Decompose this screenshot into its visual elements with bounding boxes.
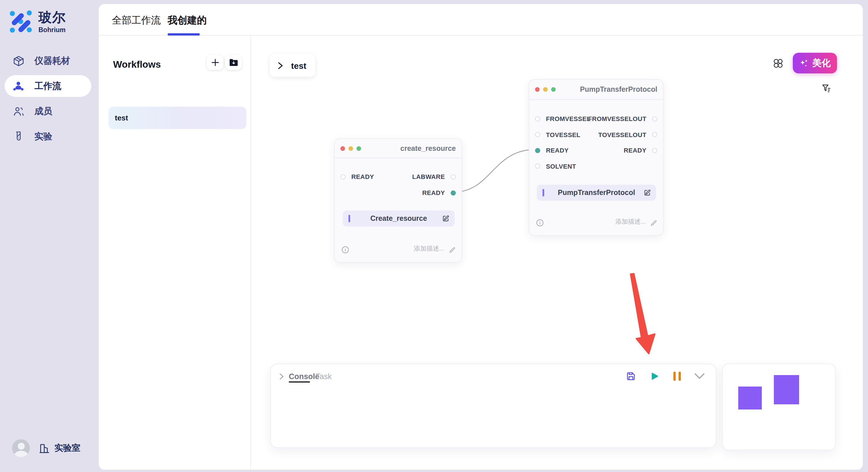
- cursor-bar: [542, 189, 544, 196]
- info-icon[interactable]: [342, 246, 349, 254]
- port-row: READY READY: [529, 142, 663, 158]
- port-row: READY LABWARE: [335, 169, 462, 185]
- node-pump-transfer-protocol[interactable]: PumpTransferProtocol FROMVESSEL FROMVESS…: [529, 79, 663, 236]
- output-port-labware[interactable]: LABWARE: [412, 169, 456, 185]
- sidebar-item-label: 工作流: [34, 80, 61, 92]
- minimap-node: [738, 386, 762, 409]
- workflow-users-icon: [12, 80, 25, 92]
- plus-icon: [211, 59, 219, 67]
- sidebar-item-label: 成员: [34, 105, 52, 117]
- lab-switcher[interactable]: 实验室: [38, 442, 81, 454]
- add-workflow-button[interactable]: [207, 55, 223, 70]
- traffic-lights-icon: [535, 87, 556, 92]
- input-port-ready[interactable]: READY: [340, 169, 374, 185]
- port-row: READY: [335, 185, 462, 201]
- layout-command-icon[interactable]: [773, 59, 783, 68]
- breadcrumb: test: [270, 54, 315, 77]
- node-title: create_resource: [400, 144, 456, 152]
- port-row: TOVESSEL TOVESSELOUT: [529, 127, 663, 142]
- sidebar-item-instruments[interactable]: 仪器耗材: [5, 50, 91, 72]
- port-row: SOLVENT: [529, 158, 663, 174]
- tab-my-created[interactable]: 我创建的: [167, 14, 207, 27]
- output-port-ready[interactable]: READY: [422, 185, 456, 201]
- bohrium-logo-icon: [9, 10, 33, 33]
- sidebar: 玻尔 Bohrium 仪器耗材: [0, 0, 95, 472]
- port-dot[interactable]: [535, 116, 540, 121]
- info-icon[interactable]: [536, 219, 544, 227]
- workflows-panel-title: Workflows: [113, 59, 161, 70]
- cursor-bar: [348, 215, 350, 222]
- sidebar-item-label: 仪器耗材: [34, 55, 70, 67]
- node-footer: 添加描述...: [529, 211, 663, 235]
- port-dot-connected[interactable]: [451, 190, 456, 195]
- console-tab-underline: [289, 381, 310, 382]
- pencil-icon[interactable]: [449, 247, 456, 254]
- chevron-right-icon[interactable]: [277, 62, 284, 69]
- brand-name-en: Bohrium: [38, 27, 66, 34]
- traffic-lights-icon: [340, 146, 361, 150]
- active-tab-underline: [167, 33, 200, 35]
- port-dot[interactable]: [340, 174, 346, 179]
- sidebar-nav: 仪器耗材 工作流: [0, 48, 95, 149]
- port-row: FROMVESSEL FROMVESSELOUT: [529, 111, 663, 127]
- test-tube-icon: [12, 130, 25, 143]
- workflow-list-item[interactable]: test: [108, 107, 246, 129]
- filter-icon[interactable]: [822, 84, 831, 94]
- workflows-panel: Workflows test: [99, 36, 251, 470]
- workflow-item-name: test: [115, 113, 128, 122]
- input-port-ready[interactable]: READY: [535, 142, 569, 158]
- folder-download-icon: [229, 59, 238, 67]
- lab-label: 实验室: [55, 443, 81, 453]
- run-icon[interactable]: [649, 371, 660, 381]
- edit-icon[interactable]: [442, 215, 450, 222]
- sidebar-item-experiments[interactable]: 实验: [5, 126, 91, 147]
- node-action-button[interactable]: PumpTransferProtocol: [537, 185, 656, 200]
- port-dot[interactable]: [535, 164, 540, 169]
- beautify-button[interactable]: 美化: [793, 53, 837, 73]
- minimap[interactable]: [722, 364, 836, 450]
- node-footer: 添加描述...: [335, 238, 462, 262]
- user-avatar[interactable]: [12, 439, 30, 457]
- brand: 玻尔 Bohrium: [9, 10, 66, 34]
- tab-all-workflows[interactable]: 全部工作流: [112, 14, 161, 27]
- minimap-node: [774, 375, 799, 404]
- breadcrumb-label[interactable]: test: [291, 61, 306, 70]
- input-port-tovessel[interactable]: TOVESSEL: [535, 127, 580, 142]
- sidebar-item-workflow[interactable]: 工作流: [5, 75, 91, 97]
- output-port-tovesselout[interactable]: TOVESSELOUT: [598, 127, 657, 142]
- description-placeholder[interactable]: 添加描述...: [414, 244, 444, 253]
- collapse-icon[interactable]: [694, 373, 705, 380]
- node-title: PumpTransferProtocol: [580, 86, 658, 94]
- box-icon: [12, 55, 25, 67]
- output-port-fromvesselout[interactable]: FROMVESSELOUT: [588, 111, 657, 127]
- expand-chevron-icon[interactable]: [278, 373, 285, 380]
- sidebar-item-label: 实验: [34, 131, 52, 142]
- port-dot[interactable]: [652, 116, 657, 121]
- node-action-button[interactable]: Create_resource: [343, 210, 455, 227]
- node-create-resource[interactable]: create_resource READY LABWARE READY Crea…: [334, 138, 462, 263]
- port-dot[interactable]: [652, 148, 657, 153]
- port-dot[interactable]: [451, 174, 456, 179]
- brand-name-cn: 玻尔: [38, 11, 66, 24]
- task-tab[interactable]: Task: [316, 372, 332, 381]
- input-port-solvent[interactable]: SOLVENT: [535, 158, 576, 174]
- sparkles-icon: [799, 58, 809, 68]
- input-port-fromvessel[interactable]: FROMVESSEL: [535, 111, 591, 127]
- pause-icon[interactable]: [673, 372, 681, 381]
- pencil-icon[interactable]: [650, 220, 657, 227]
- building-icon: [38, 442, 50, 454]
- app-window: 玻尔 Bohrium 仪器耗材: [0, 0, 868, 472]
- sidebar-item-members[interactable]: 成员: [5, 100, 91, 122]
- edit-icon[interactable]: [644, 189, 651, 196]
- save-icon[interactable]: [626, 371, 636, 381]
- port-dot[interactable]: [652, 132, 657, 137]
- output-port-ready[interactable]: READY: [624, 142, 657, 158]
- console-tab[interactable]: Console: [289, 372, 319, 381]
- node-header: create_resource: [335, 139, 462, 158]
- import-folder-button[interactable]: [225, 55, 242, 70]
- workflow-tabbar: 全部工作流 我创建的: [99, 4, 863, 36]
- port-dot-connected[interactable]: [535, 148, 540, 153]
- description-placeholder[interactable]: 添加描述...: [615, 217, 646, 226]
- node-header: PumpTransferProtocol: [529, 80, 663, 100]
- port-dot[interactable]: [535, 132, 540, 137]
